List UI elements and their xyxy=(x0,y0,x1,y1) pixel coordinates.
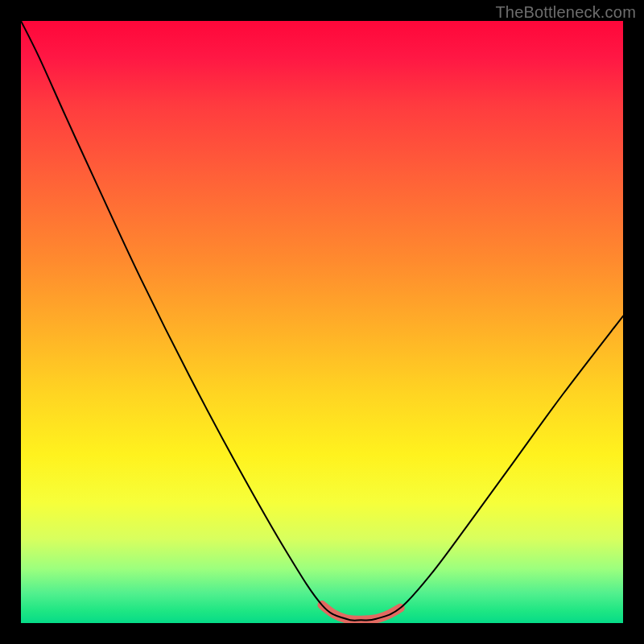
highlight-zone-path xyxy=(322,605,400,621)
bottleneck-curve-path xyxy=(21,21,623,621)
watermark-text: TheBottleneck.com xyxy=(495,3,636,22)
plot-area xyxy=(21,21,623,623)
chart-svg xyxy=(21,21,623,623)
chart-frame: TheBottleneck.com xyxy=(0,0,644,644)
